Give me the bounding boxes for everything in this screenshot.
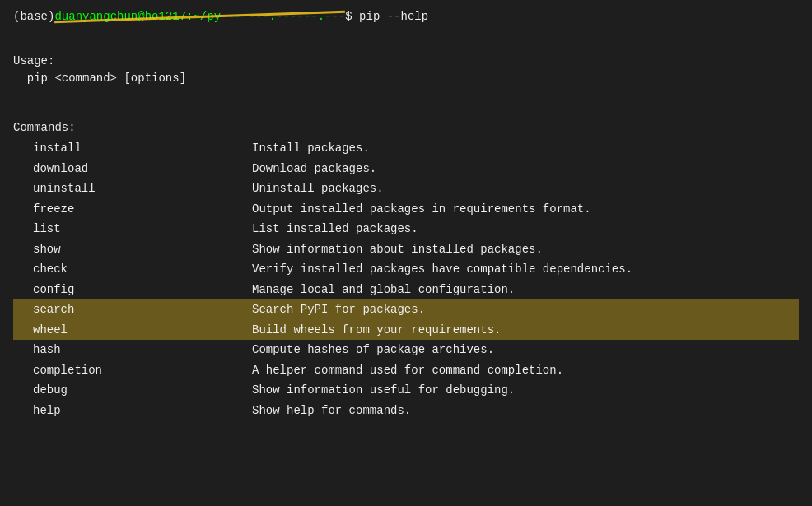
command-row: showShow information about installed pac… bbox=[13, 239, 799, 260]
command-description: Manage local and global configuration. bbox=[252, 280, 799, 300]
command-name: completion bbox=[13, 360, 252, 381]
commands-header: Commands: bbox=[13, 119, 799, 137]
command-row: listList installed packages. bbox=[13, 219, 799, 239]
command-description: Uninstall packages. bbox=[252, 179, 799, 199]
commands-list: installInstall packages.downloadDownload… bbox=[13, 138, 799, 420]
usage-command: pip <command> [options] bbox=[13, 70, 799, 87]
usage-block: Usage: pip <command> [options] bbox=[13, 53, 799, 87]
command-name: check bbox=[13, 259, 252, 280]
prompt-user: duanyangchun@ho1217:~/py--- ---.------.-… bbox=[54, 8, 345, 26]
command-description: Download packages. bbox=[252, 159, 799, 179]
command-name: search bbox=[13, 299, 252, 320]
command-description: Output installed packages in requirement… bbox=[252, 199, 799, 220]
command-row: searchSearch PyPI for packages. bbox=[13, 299, 799, 320]
command-name: help bbox=[13, 401, 252, 421]
prompt-base: (base) bbox=[13, 8, 54, 26]
command-name: list bbox=[13, 219, 252, 239]
command-description: Install packages. bbox=[252, 138, 799, 159]
blank-line bbox=[13, 29, 799, 46]
command-description: Build wheels from your requirements. bbox=[252, 320, 799, 341]
command-name: download bbox=[13, 159, 252, 179]
command-row: checkVerify installed packages have comp… bbox=[13, 259, 799, 280]
command-row: downloadDownload packages. bbox=[13, 159, 799, 179]
command-name: debug bbox=[13, 380, 252, 401]
command-name: hash bbox=[13, 340, 252, 360]
command-row: configManage local and global configurat… bbox=[13, 280, 799, 300]
prompt-command: $ pip --help bbox=[345, 8, 428, 26]
command-name: freeze bbox=[13, 199, 252, 220]
blank-line-2 bbox=[13, 94, 799, 111]
command-row: helpShow help for commands. bbox=[13, 401, 799, 421]
command-name: show bbox=[13, 239, 252, 260]
command-name: wheel bbox=[13, 320, 252, 341]
command-row: completionA helper command used for comm… bbox=[13, 360, 799, 381]
commands-block: Commands: installInstall packages.downlo… bbox=[13, 119, 799, 420]
command-description: Search PyPI for packages. bbox=[252, 299, 799, 320]
command-description: Show information useful for debugging. bbox=[252, 380, 799, 401]
command-description: List installed packages. bbox=[252, 219, 799, 239]
command-row: hashCompute hashes of package archives. bbox=[13, 340, 799, 360]
command-description: A helper command used for command comple… bbox=[252, 360, 799, 381]
command-name: install bbox=[13, 138, 252, 159]
command-description: Verify installed packages have compatibl… bbox=[252, 259, 799, 280]
command-row: installInstall packages. bbox=[13, 138, 799, 159]
command-name: config bbox=[13, 280, 252, 300]
command-row: debugShow information useful for debuggi… bbox=[13, 380, 799, 401]
command-row: freezeOutput installed packages in requi… bbox=[13, 199, 799, 220]
command-description: Compute hashes of package archives. bbox=[252, 340, 799, 360]
command-name: uninstall bbox=[13, 179, 252, 199]
command-row: wheelBuild wheels from your requirements… bbox=[13, 320, 799, 341]
command-description: Show information about installed package… bbox=[252, 239, 799, 260]
command-description: Show help for commands. bbox=[252, 401, 799, 421]
prompt-line: (base) duanyangchun@ho1217:~/py--- ---.-… bbox=[13, 8, 799, 26]
command-row: uninstallUninstall packages. bbox=[13, 179, 799, 199]
usage-label: Usage: bbox=[13, 53, 799, 70]
